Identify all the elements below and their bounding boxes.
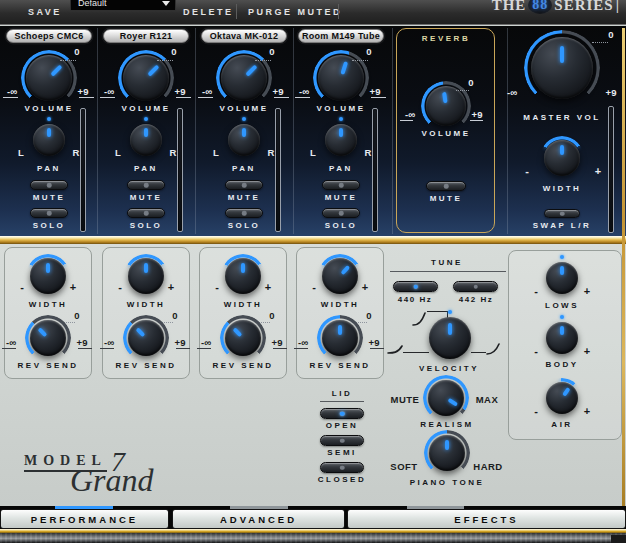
realism-max-label: MAX xyxy=(476,394,499,405)
save-button[interactable]: SAVE xyxy=(28,7,62,17)
preset-dropdown[interactable]: Default xyxy=(70,0,176,11)
channel-1-pan-knob[interactable] xyxy=(33,124,65,156)
lid-open-label: OPEN xyxy=(326,421,359,430)
delete-button[interactable]: DELETE xyxy=(183,7,234,17)
scale-plus9: +9 xyxy=(369,337,380,348)
channel-3-solo-button[interactable] xyxy=(225,208,263,218)
body-knob[interactable] xyxy=(546,322,578,354)
knob-pointer xyxy=(225,258,261,294)
channel-2-name-button[interactable]: Royer R121 xyxy=(103,29,189,43)
swap-lr-button[interactable] xyxy=(544,209,580,218)
brand-pipe: | xyxy=(616,0,620,14)
channel-3-volume-knob[interactable] xyxy=(221,55,267,101)
channel-3-mute-button[interactable] xyxy=(225,180,263,190)
tune-440-button[interactable] xyxy=(393,281,438,292)
swap-lr-label: SWAP L/R xyxy=(533,221,592,230)
mute-label: MUTE xyxy=(33,193,66,202)
reverb-mute-button[interactable] xyxy=(426,181,466,191)
strip-2-width-knob[interactable] xyxy=(128,258,164,294)
channel-2-pan-knob[interactable] xyxy=(130,124,162,156)
solo-label: SOLO xyxy=(33,221,66,230)
solo-label: SOLO xyxy=(325,221,358,230)
scale-plus9: +9 xyxy=(175,86,186,97)
scale-tick xyxy=(400,120,413,121)
pan-label: PAN xyxy=(329,164,353,173)
scale-plus9: +9 xyxy=(175,337,186,348)
bottom-metal-strip xyxy=(0,533,626,543)
brand-the: THE xyxy=(492,0,527,14)
scale-neg-inf: -∞ xyxy=(6,337,16,348)
air-knob[interactable] xyxy=(546,382,578,414)
channel-3-pan-knob[interactable] xyxy=(228,124,260,156)
lid-semi-button[interactable] xyxy=(320,435,364,446)
piano-tone-knob[interactable] xyxy=(429,435,465,471)
strip-2-rev-send-knob[interactable] xyxy=(128,320,164,356)
brand-logo: THE 88 SERIES | xyxy=(492,0,620,14)
tab-performance[interactable]: PERFORMANCE xyxy=(0,509,169,529)
volume-label: VOLUME xyxy=(24,104,73,113)
channel-2-mute-button[interactable] xyxy=(127,180,165,190)
body-plus: + xyxy=(584,345,590,357)
master-width-knob[interactable] xyxy=(544,140,580,176)
lows-knob[interactable] xyxy=(546,262,578,294)
channel-1-vu-meter xyxy=(80,108,86,232)
strip-1-rev-send-knob[interactable] xyxy=(30,320,66,356)
mute-label: MUTE xyxy=(325,193,358,202)
lows-minus: - xyxy=(534,285,538,297)
pan-l-label: L xyxy=(310,147,316,158)
scale-tick xyxy=(2,348,16,349)
channel-1-mute-button[interactable] xyxy=(30,180,68,190)
lid-closed-label: CLOSED xyxy=(318,475,366,484)
scale-zero: 0 xyxy=(74,46,79,57)
width-label: WIDTH xyxy=(224,300,263,309)
rev-send-label: REV SEND xyxy=(310,361,371,370)
tab-effects[interactable]: EFFECTS xyxy=(347,509,626,529)
brand-88-badge: 88 xyxy=(528,0,552,14)
width-label: WIDTH xyxy=(321,300,360,309)
knob-pointer xyxy=(228,124,260,156)
scale-tick xyxy=(456,90,469,91)
channel-4-volume-knob[interactable] xyxy=(318,55,364,101)
scale-tick xyxy=(371,97,386,98)
tune-442-label: 442 Hz xyxy=(459,295,493,304)
pan-l-label: L xyxy=(213,147,219,158)
strip-1-width-knob[interactable] xyxy=(30,258,66,294)
scale-tick xyxy=(60,60,76,61)
strip-3-width-knob[interactable] xyxy=(225,258,261,294)
channel-1-solo-button[interactable] xyxy=(30,208,68,218)
reverb-volume-knob[interactable] xyxy=(426,86,466,126)
channel-4-solo-button[interactable] xyxy=(322,208,360,218)
realism-knob[interactable] xyxy=(428,380,464,416)
width-minus: - xyxy=(20,281,24,293)
channel-4-pan-knob[interactable] xyxy=(325,124,357,156)
purge-muted-button[interactable]: PURGE MUTED xyxy=(248,7,342,17)
preset-value: Default xyxy=(78,0,107,8)
tab-advanced[interactable]: ADVANCED xyxy=(172,509,345,529)
channel-3-name-button[interactable]: Oktava MK-012 xyxy=(201,29,287,43)
channel-1-volume-knob[interactable] xyxy=(26,55,72,101)
pan-label: PAN xyxy=(134,164,158,173)
scale-neg-inf: -∞ xyxy=(7,86,17,97)
scale-plus9: +9 xyxy=(272,337,283,348)
solo-label: SOLO xyxy=(228,221,261,230)
channel-2-solo-button[interactable] xyxy=(127,208,165,218)
master-volume-knob[interactable] xyxy=(531,37,593,99)
lid-closed-button[interactable] xyxy=(320,462,364,473)
strip-4-rev-send-knob[interactable] xyxy=(322,320,358,356)
tune-442-button[interactable] xyxy=(453,281,498,292)
lid-open-button[interactable] xyxy=(320,408,364,419)
channel-4-name-button[interactable]: Room M149 Tube xyxy=(298,29,384,43)
width-minus: - xyxy=(312,281,316,293)
body-minus: - xyxy=(534,345,538,357)
toolbar-separator xyxy=(338,4,339,19)
tune-title: TUNE xyxy=(431,258,463,267)
strip-4-width-knob[interactable] xyxy=(322,258,358,294)
velocity-knob[interactable] xyxy=(429,317,471,359)
strip-3-rev-send-knob[interactable] xyxy=(225,320,261,356)
channel-1-name-button[interactable]: Schoeps CMC6 xyxy=(6,29,92,43)
channel-2-volume-knob[interactable] xyxy=(123,55,169,101)
scale-tick xyxy=(352,60,368,61)
scale-neg-inf: -∞ xyxy=(104,337,114,348)
scale-neg-inf: -∞ xyxy=(507,87,517,98)
channel-4-mute-button[interactable] xyxy=(322,180,360,190)
